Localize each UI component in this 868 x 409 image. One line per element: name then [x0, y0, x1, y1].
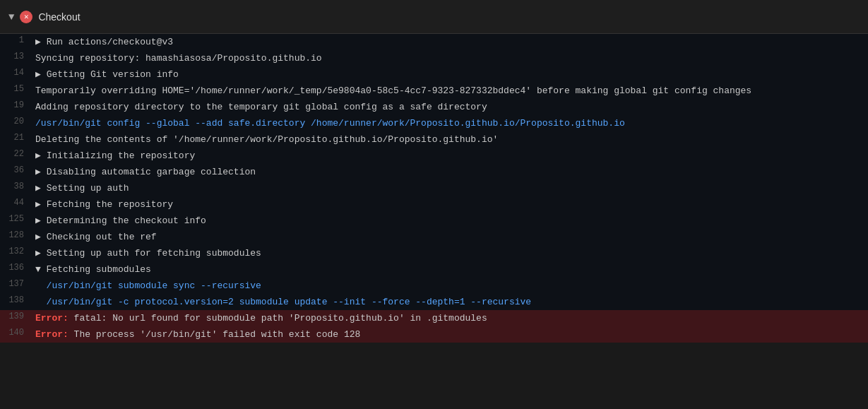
line-number: 137: [0, 278, 35, 289]
log-container: 1▶ Run actions/checkout@v313Syncing repo…: [0, 34, 868, 343]
line-content: Temporarily overriding HOME='/home/runne…: [35, 83, 751, 98]
line-number: 128: [0, 230, 35, 240]
line-number: 13: [0, 51, 35, 61]
log-line: 128▶ Checking out the ref: [0, 229, 868, 245]
log-line: 125▶ Determining the checkout info: [0, 213, 868, 229]
line-number: 136: [0, 262, 35, 273]
log-line: 19Adding repository directory to the tem…: [0, 99, 868, 115]
line-content: Error: fatal: No url found for submodule…: [35, 311, 487, 326]
line-number: 140: [0, 327, 35, 338]
line-content: ▶ Run actions/checkout@v3: [35, 35, 173, 49]
log-line: 137 /usr/bin/git submodule sync --recurs…: [0, 278, 868, 294]
line-content: ▶ Determining the checkout info: [35, 213, 206, 228]
line-content: ▶ Checking out the ref: [35, 230, 157, 244]
line-number: 20: [0, 116, 35, 126]
error-label: Error:: [35, 329, 69, 340]
log-line: 1▶ Run actions/checkout@v3: [0, 34, 868, 50]
line-content: /usr/bin/git -c protocol.version=2 submo…: [35, 295, 531, 309]
log-line: 20/usr/bin/git config --global --add saf…: [0, 115, 868, 131]
line-number: 14: [0, 67, 35, 78]
log-line: 38▶ Setting up auth: [0, 180, 868, 196]
log-line: 14▶ Getting Git version info: [0, 66, 868, 83]
status-error-icon: ✕: [20, 11, 32, 23]
line-content: ▶ Setting up auth for fetching submodule…: [35, 246, 261, 261]
log-line: 44▶ Fetching the repository: [0, 196, 868, 213]
line-number: 1: [0, 35, 35, 45]
log-line: 139Error: fatal: No url found for submod…: [0, 310, 868, 326]
log-line: 36▶ Disabling automatic garbage collecti…: [0, 164, 868, 180]
line-content: ▶ Setting up auth: [35, 181, 129, 196]
collapse-chevron[interactable]: ▼: [8, 11, 14, 23]
line-content: ▼ Fetching submodules: [35, 262, 151, 277]
error-label: Error:: [35, 313, 69, 324]
checkout-panel: ▼ ✕ Checkout 1▶ Run actions/checkout@v31…: [0, 0, 868, 343]
line-number: 132: [0, 246, 35, 256]
line-content: /usr/bin/git config --global --add safe.…: [35, 116, 625, 131]
line-content: Deleting the contents of '/home/runner/w…: [35, 132, 498, 147]
log-line: 22▶ Initializing the repository: [0, 148, 868, 164]
line-content: Adding repository directory to the tempo…: [35, 100, 487, 114]
line-content: ▶ Disabling automatic garbage collection: [35, 165, 256, 179]
panel-header: ▼ ✕ Checkout: [0, 0, 868, 34]
line-number: 139: [0, 311, 35, 321]
line-number: 44: [0, 197, 35, 208]
log-line: 132▶ Setting up auth for fetching submod…: [0, 245, 868, 261]
line-content: ▶ Fetching the repository: [35, 197, 173, 212]
log-line: 13Syncing repository: hamashiasosa/Propo…: [0, 50, 868, 66]
line-number: 22: [0, 148, 35, 159]
log-line: 136▼ Fetching submodules: [0, 261, 868, 278]
line-number: 19: [0, 100, 35, 110]
line-content: ▶ Initializing the repository: [35, 148, 195, 163]
log-line: 138 /usr/bin/git -c protocol.version=2 s…: [0, 294, 868, 310]
line-content: Error: The process '/usr/bin/git' failed…: [35, 327, 360, 342]
line-content: Syncing repository: hamashiasosa/Proposi…: [35, 51, 322, 66]
log-line: 15Temporarily overriding HOME='/home/run…: [0, 83, 868, 99]
panel-title: Checkout: [38, 11, 80, 23]
line-number: 138: [0, 295, 35, 305]
line-number: 38: [0, 181, 35, 191]
log-line: 21Deleting the contents of '/home/runner…: [0, 131, 868, 148]
line-number: 21: [0, 132, 35, 143]
line-number: 125: [0, 213, 35, 224]
line-content: /usr/bin/git submodule sync --recursive: [35, 278, 261, 293]
line-number: 15: [0, 83, 35, 94]
line-content: ▶ Getting Git version info: [35, 67, 179, 82]
log-line: 140Error: The process '/usr/bin/git' fai…: [0, 326, 868, 343]
line-number: 36: [0, 165, 35, 175]
